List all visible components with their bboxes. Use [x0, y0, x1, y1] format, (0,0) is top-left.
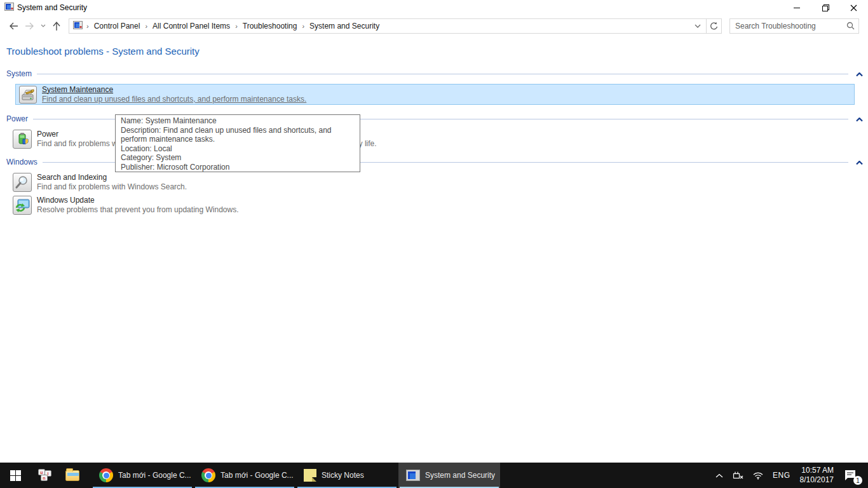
tray-time: 10:57 AM [800, 466, 834, 475]
ethernet-disconnected-icon [732, 471, 743, 480]
up-button[interactable] [48, 18, 65, 34]
tooltip-description-line: Description: Find and clean up unused fi… [121, 126, 355, 144]
item-description[interactable]: Resolve problems that prevent you from u… [37, 205, 239, 215]
close-button[interactable] [839, 0, 868, 15]
tooltip-location-line: Location: Local [121, 144, 355, 154]
file-explorer-button[interactable] [58, 463, 86, 488]
collapse-chevron-icon[interactable] [856, 113, 863, 125]
breadcrumb-separator: › [233, 22, 240, 30]
section-name: System [6, 69, 32, 78]
back-icon [8, 22, 18, 30]
search-indexing-icon [13, 173, 32, 192]
control-panel-icon [4, 2, 14, 13]
item-description[interactable]: Find and clean up unused files and short… [42, 95, 306, 104]
taskbar-app-chrome-1[interactable]: Tab mới - Google C... [92, 463, 193, 488]
system-maintenance-icon [19, 86, 37, 104]
window-title: System and Security [17, 3, 87, 12]
up-icon [52, 21, 61, 31]
item-title[interactable]: Search and Indexing [37, 173, 187, 182]
sticky-notes-icon [304, 469, 316, 482]
ethernet-status-button[interactable] [728, 463, 748, 488]
restore-icon [822, 4, 829, 11]
taskbar: u i n Tab mới - Google C... Tab mới - Go… [0, 463, 868, 488]
address-location-icon [73, 20, 83, 32]
forward-button[interactable] [22, 18, 38, 34]
wifi-icon [752, 471, 764, 480]
tooltip-system-maintenance: Name: System Maintenance Description: Fi… [115, 114, 360, 172]
chrome-icon [99, 468, 113, 482]
power-icon [13, 130, 32, 149]
section-header-system: System [6, 68, 868, 79]
taskbar-app-label: Tab mới - Google C... [220, 471, 294, 480]
section-divider [37, 74, 848, 74]
breadcrumb-troubleshooting[interactable]: Troubleshooting [240, 22, 300, 30]
taskbar-app-chrome-2[interactable]: Tab mới - Google C... [194, 463, 295, 488]
recent-pages-button[interactable] [38, 18, 48, 34]
action-center-button[interactable]: 1 [839, 463, 862, 488]
taskbar-app-label: Tab mới - Google C... [118, 471, 191, 480]
minimize-button[interactable] [782, 0, 811, 15]
breadcrumb-control-panel[interactable]: Control Panel [92, 22, 143, 30]
search-icon[interactable] [842, 22, 858, 30]
explorer-window: System and Security › [0, 0, 868, 463]
chevron-down-icon [695, 24, 701, 28]
tooltip-name-line: Name: System Maintenance [121, 116, 355, 126]
navigation-bar: › Control Panel › All Control Panel Item… [0, 15, 868, 36]
clock[interactable]: 10:57 AM 8/10/2017 [795, 466, 839, 485]
file-explorer-icon [65, 470, 79, 481]
chrome-icon [201, 468, 215, 482]
windows-update-icon [13, 196, 32, 215]
breadcrumb-separator: › [299, 22, 307, 30]
taskbar-app-label: System and Security [425, 471, 495, 480]
troubleshooter-search-indexing[interactable]: Search and Indexing Find and fix problem… [13, 173, 868, 192]
section-name: Windows [6, 158, 37, 166]
taskbar-app-sticky-notes[interactable]: Sticky Notes [296, 463, 398, 488]
restore-button[interactable] [811, 0, 839, 15]
system-tray: ENG 10:57 AM 8/10/2017 1 [711, 463, 868, 488]
breadcrumb-separator: › [84, 22, 92, 30]
collapse-chevron-icon[interactable] [856, 156, 863, 168]
page-title: Troubleshoot problems - System and Secur… [6, 46, 868, 57]
item-title[interactable]: Windows Update [37, 196, 239, 205]
breadcrumb-system-security[interactable]: System and Security [307, 22, 382, 30]
back-button[interactable] [5, 18, 22, 34]
start-button[interactable] [0, 463, 31, 488]
wifi-status-button[interactable] [748, 463, 768, 488]
address-dropdown-button[interactable] [691, 19, 705, 33]
search-input[interactable] [730, 22, 842, 30]
windows-logo-icon [10, 470, 21, 481]
tooltip-category-line: Category: System [121, 153, 355, 163]
chevron-up-icon [715, 473, 723, 478]
section-name: Power [6, 114, 28, 123]
address-bar[interactable]: › Control Panel › All Control Panel Item… [69, 18, 707, 34]
breadcrumb-separator: › [142, 22, 150, 30]
breadcrumb-all-items[interactable]: All Control Panel Items [150, 22, 233, 30]
close-icon [850, 4, 857, 11]
title-bar: System and Security [0, 0, 868, 15]
control-panel-icon [406, 470, 420, 481]
taskbar-app-system-security[interactable]: System and Security [398, 463, 500, 488]
item-title[interactable]: System Maintenance [42, 85, 306, 95]
taskbar-app-label: Sticky Notes [322, 471, 364, 480]
refresh-icon [710, 22, 719, 30]
item-description[interactable]: Find and fix problems with Windows Searc… [37, 182, 187, 192]
refresh-button[interactable] [707, 18, 722, 34]
forward-icon [25, 22, 35, 30]
tray-date: 8/10/2017 [800, 475, 834, 485]
tooltip-publisher-line: Publisher: Microsoft Corporation [121, 163, 355, 172]
unikey-button[interactable]: u i n [31, 463, 58, 488]
language-indicator[interactable]: ENG [768, 463, 795, 488]
tray-overflow-button[interactable] [711, 463, 728, 488]
notification-badge: 1 [853, 476, 862, 485]
search-box [729, 18, 859, 34]
unikey-icon: u i n [36, 469, 53, 482]
chevron-down-icon [41, 24, 46, 27]
troubleshooter-system-maintenance[interactable]: System Maintenance Find and clean up unu… [15, 84, 855, 105]
minimize-icon [794, 8, 800, 8]
collapse-chevron-icon[interactable] [856, 68, 863, 79]
troubleshooter-windows-update[interactable]: Windows Update Resolve problems that pre… [13, 196, 868, 215]
